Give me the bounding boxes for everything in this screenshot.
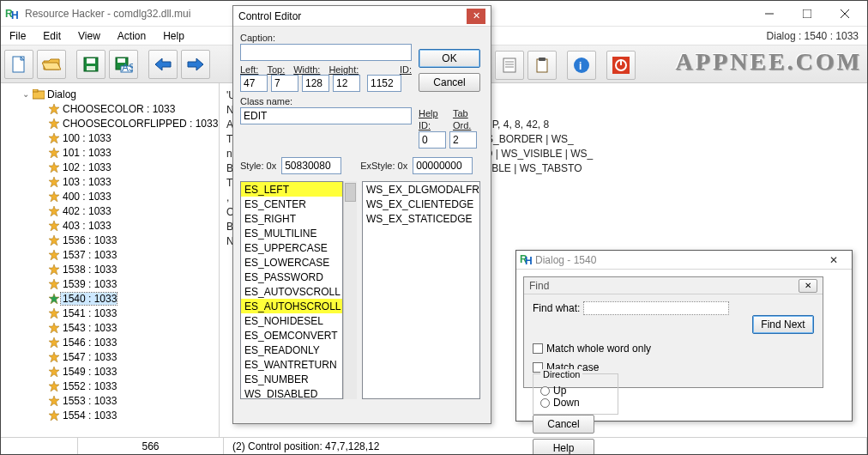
cancel-button[interactable]: Cancel [419, 73, 480, 92]
tree-item[interactable]: 1539 : 1033 [4, 276, 219, 291]
exstyle-item[interactable]: WS_EX_DLGMODALFRAME [363, 182, 479, 197]
menu-file[interactable]: File [1, 28, 34, 44]
close-button[interactable] [826, 2, 864, 26]
left-input[interactable] [240, 75, 268, 92]
exstyle-input[interactable] [413, 157, 473, 174]
tree-item[interactable]: 1547 : 1033 [4, 349, 219, 364]
tree-item[interactable]: 102 : 1033 [4, 160, 219, 174]
tree-item[interactable]: 1541 : 1033 [4, 306, 219, 320]
findwhat-input[interactable] [583, 301, 729, 315]
tree-item[interactable]: 100 : 1033 [4, 130, 219, 145]
style-item[interactable]: ES_CENTER [241, 197, 342, 211]
tree-item[interactable]: CHOOSECOLORFLIPPED : 1033 [4, 116, 219, 130]
exstyles-list[interactable]: WS_EX_DLGMODALFRAMEWS_EX_CLIENTEDGEWS_EX… [362, 181, 480, 399]
script-button[interactable] [495, 51, 524, 80]
collapse-icon[interactable]: ⌄ [20, 89, 32, 99]
style-item[interactable]: ES_WANTRETURN [241, 357, 342, 372]
caption-input[interactable] [240, 44, 412, 61]
preview-window[interactable]: RH Dialog - 1540 ✕ Find ✕ Find what: Fin… [515, 250, 853, 422]
tree-item[interactable]: 1538 : 1033 [4, 262, 219, 276]
direction-up-radio[interactable]: Up [540, 385, 611, 397]
tree-item[interactable]: CHOOSECOLOR : 1033 [4, 101, 219, 116]
save-as-button[interactable]: AS [109, 50, 138, 79]
preview-header[interactable]: RH Dialog - 1540 ✕ [516, 251, 852, 270]
style-item[interactable]: ES_NOHIDESEL [241, 313, 342, 328]
style-item[interactable]: ES_AUTOVSCROLL [241, 284, 342, 299]
find-dialog[interactable]: Find ✕ Find what: Find Next Match whole … [523, 276, 823, 388]
style-item[interactable]: ES_PASSWORD [241, 270, 342, 284]
tree-item[interactable]: 1537 : 1033 [4, 247, 219, 262]
minimize-button[interactable] [750, 2, 788, 26]
menu-edit[interactable]: Edit [34, 28, 69, 44]
ok-button[interactable]: OK [419, 49, 480, 68]
top-input[interactable] [271, 75, 298, 92]
dialog-header[interactable]: Control Editor ✕ [233, 6, 491, 27]
exstyle-item[interactable]: WS_EX_STATICEDGE [363, 211, 479, 226]
tree-item[interactable]: 1543 : 1033 [4, 320, 219, 335]
resource-tree[interactable]: ⌄ Dialog CHOOSECOLOR : 1033CHOOSECOLORFL… [1, 83, 220, 437]
style-item[interactable]: ES_NUMBER [241, 372, 342, 386]
preview-close-button[interactable]: ✕ [819, 254, 848, 266]
id-input[interactable] [367, 75, 401, 92]
svg-marker-25 [49, 162, 59, 173]
tree-item[interactable]: 1552 : 1033 [4, 379, 219, 393]
menu-help[interactable]: Help [154, 28, 193, 44]
styles-list[interactable]: ES_LEFTES_CENTERES_RIGHTES_MULTILINEES_U… [240, 181, 343, 399]
style-item[interactable]: ES_RIGHT [241, 211, 342, 226]
tree-item[interactable]: 400 : 1033 [4, 189, 219, 203]
style-item[interactable]: ES_READONLY [241, 343, 342, 357]
find-help-button[interactable]: Help [533, 439, 594, 455]
control-editor-dialog[interactable]: Control Editor ✕ Caption: Left: Top: Wid… [232, 5, 491, 424]
style-item[interactable]: ES_AUTOHSCROLL [241, 299, 342, 313]
helpid-input[interactable] [419, 131, 446, 149]
new-button[interactable] [4, 50, 33, 79]
tree-item-label: 1552 : 1033 [61, 380, 117, 392]
status-cell-1 [1, 438, 78, 454]
menu-action[interactable]: Action [109, 28, 154, 44]
width-input[interactable] [302, 75, 329, 92]
style-item[interactable]: ES_UPPERCASE [241, 240, 342, 255]
styles-scrollbar[interactable] [343, 181, 357, 399]
clipboard-button[interactable] [527, 51, 557, 80]
tree-item[interactable]: 1553 : 1033 [4, 393, 219, 408]
tabord-input[interactable] [449, 131, 477, 149]
height-input[interactable] [333, 75, 360, 92]
match-whole-word-checkbox[interactable]: Match whole word only [533, 343, 814, 355]
preview-title: Dialog - 1540 [535, 254, 819, 266]
style-item[interactable]: WS_DISABLED [241, 386, 342, 399]
menu-view[interactable]: View [69, 28, 109, 44]
style-item[interactable]: ES_MULTILINE [241, 226, 342, 240]
style-item[interactable]: ES_OEMCONVERT [241, 328, 342, 343]
tree-item[interactable]: 403 : 1033 [4, 218, 219, 233]
class-input[interactable] [240, 107, 412, 124]
open-button[interactable] [37, 50, 66, 79]
find-cancel-button[interactable]: Cancel [533, 415, 594, 434]
maximize-button[interactable] [788, 2, 826, 26]
undo-button[interactable] [148, 50, 178, 79]
save-button[interactable] [76, 50, 105, 79]
tree-item[interactable]: 1549 : 1033 [4, 364, 219, 379]
info-button[interactable]: i [567, 51, 596, 80]
style-item[interactable]: ES_LEFT [241, 182, 342, 197]
tree-item[interactable]: 103 : 1033 [4, 174, 219, 189]
tree-item[interactable]: 1536 : 1033 [4, 233, 219, 247]
tree-item-label: 1554 : 1033 [61, 410, 117, 422]
tree-item[interactable]: 1546 : 1033 [4, 335, 219, 349]
exstyle-item[interactable]: WS_EX_CLIENTEDGE [363, 197, 479, 211]
find-header[interactable]: Find ✕ [524, 277, 823, 294]
svg-rect-12 [87, 66, 95, 70]
dialog-close-button[interactable]: ✕ [467, 9, 485, 24]
style-item[interactable]: ES_LOWERCASE [241, 255, 342, 270]
tree-item[interactable]: 1540 : 1033 [4, 291, 219, 306]
findnext-button[interactable]: Find Next [752, 315, 814, 334]
svg-marker-32 [49, 264, 59, 275]
tree-item[interactable]: 402 : 1033 [4, 203, 219, 218]
redo-button[interactable] [181, 50, 210, 79]
power-button[interactable] [606, 51, 636, 80]
tree-item[interactable]: 1554 : 1033 [4, 408, 219, 422]
style-input[interactable] [281, 157, 341, 174]
find-close-button[interactable]: ✕ [799, 279, 817, 293]
direction-down-radio[interactable]: Down [540, 397, 611, 409]
tree-root[interactable]: ⌄ Dialog [4, 87, 219, 101]
tree-item[interactable]: 101 : 1033 [4, 145, 219, 160]
